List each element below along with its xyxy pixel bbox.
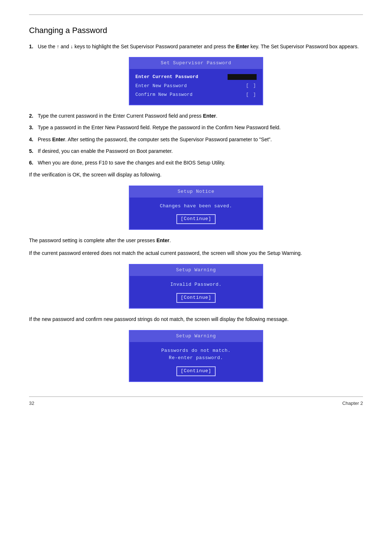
step-4: 4. Press Enter. After setting the passwo… xyxy=(29,135,363,143)
top-rule xyxy=(29,15,363,15)
bios-nomatch-line2: Re-enter password. xyxy=(135,354,257,362)
content-body: 1. Use the ↑ and ↓ keys to highlight the… xyxy=(29,42,363,382)
bios-password-box: Set Supervisor Password Enter Current Pa… xyxy=(129,57,263,105)
bios-nomatch-line1: Passwords do not match. xyxy=(135,347,257,355)
steps-list-2: 2. Type the current password in the Ente… xyxy=(29,112,363,167)
para-invalid-password: If the current password entered does not… xyxy=(29,249,363,257)
step-1-num: 1. xyxy=(29,42,38,50)
bios-setup-notice-continue: [Continue] xyxy=(130,212,262,229)
bios-field-row-confirm: Confirm New Password [ ] xyxy=(135,91,257,99)
bios-field-label-current: Enter Current Password xyxy=(135,73,198,81)
step-3: 3. Type a password in the Enter New Pass… xyxy=(29,123,363,131)
step-1-text: Use the ↑ and ↓ keys to highlight the Se… xyxy=(38,42,363,50)
page-number: 32 xyxy=(29,400,34,406)
bios-setup-warning-invalid-continue: [Continue] xyxy=(130,291,262,308)
bios-setup-warning-nomatch-body: Passwords do not match. Re-enter passwor… xyxy=(130,342,262,365)
step-4-num: 4. xyxy=(29,135,38,143)
step-2-text: Type the current password in the Enter C… xyxy=(38,112,363,120)
bios-setup-notice-title: Setup Notice xyxy=(130,186,262,198)
bios-setup-warning-invalid-title: Setup Warning xyxy=(130,265,262,276)
footer: 32 Chapter 2 xyxy=(29,396,363,406)
bios-setup-notice-box: Setup Notice Changes have been saved. [C… xyxy=(129,186,263,230)
chapter-label: Chapter 2 xyxy=(342,400,363,406)
steps-list: 1. Use the ↑ and ↓ keys to highlight the… xyxy=(29,42,363,50)
bios-setup-warning-invalid-body: Invalid Password. xyxy=(130,276,262,291)
step-5-text: If desired, you can enable the Password … xyxy=(38,147,363,155)
bios-continue-btn-invalid[interactable]: [Continue] xyxy=(176,293,216,303)
bios-setup-warning-nomatch-continue: [Continue] xyxy=(130,364,262,381)
bios-setup-notice-body: Changes have been saved. xyxy=(130,198,262,212)
step-6-num: 6. xyxy=(29,159,38,167)
bios-field-label-confirm: Confirm New Password xyxy=(135,91,193,98)
step-6: 6. When you are done, press F10 to save … xyxy=(29,159,363,167)
step-5: 5. If desired, you can enable the Passwo… xyxy=(29,147,363,155)
step-2: 2. Type the current password in the Ente… xyxy=(29,112,363,120)
bios-password-fields: Enter Current Password Enter New Passwor… xyxy=(130,69,262,105)
bios-password-title: Set Supervisor Password xyxy=(130,58,262,69)
bios-field-row-current: Enter Current Password xyxy=(135,73,257,81)
bios-setup-warning-invalid-box: Setup Warning Invalid Password. [Continu… xyxy=(129,264,263,308)
para-no-match: If the new password and confirm new pass… xyxy=(29,315,363,324)
page-title: Changing a Password xyxy=(29,26,363,35)
bios-continue-btn-nomatch[interactable]: [Continue] xyxy=(176,366,216,376)
para-password-complete: The password setting is complete after t… xyxy=(29,236,363,245)
bios-setup-warning-nomatch-box: Setup Warning Passwords do not match. Re… xyxy=(129,330,263,382)
step-1: 1. Use the ↑ and ↓ keys to highlight the… xyxy=(29,42,363,50)
step-4-text: Press Enter. After setting the password,… xyxy=(38,135,363,143)
bios-field-bracket-new: [ ] xyxy=(224,82,257,90)
bios-field-bracket-confirm: [ ] xyxy=(224,91,257,99)
bios-continue-btn-notice[interactable]: [Continue] xyxy=(176,214,216,224)
step-3-num: 3. xyxy=(29,123,38,131)
step-2-num: 2. xyxy=(29,112,38,120)
step-6-text: When you are done, press F10 to save the… xyxy=(38,159,363,167)
bios-field-input-current xyxy=(228,74,257,80)
bios-setup-warning-nomatch-title: Setup Warning xyxy=(130,331,262,342)
step-5-num: 5. xyxy=(29,147,38,155)
bios-field-row-new: Enter New Password [ ] xyxy=(135,82,257,90)
step-3-text: Type a password in the Enter New Passwor… xyxy=(38,123,363,131)
bios-field-label-new: Enter New Password xyxy=(135,82,187,90)
para-verification: If the verification is OK, the screen wi… xyxy=(29,171,363,179)
